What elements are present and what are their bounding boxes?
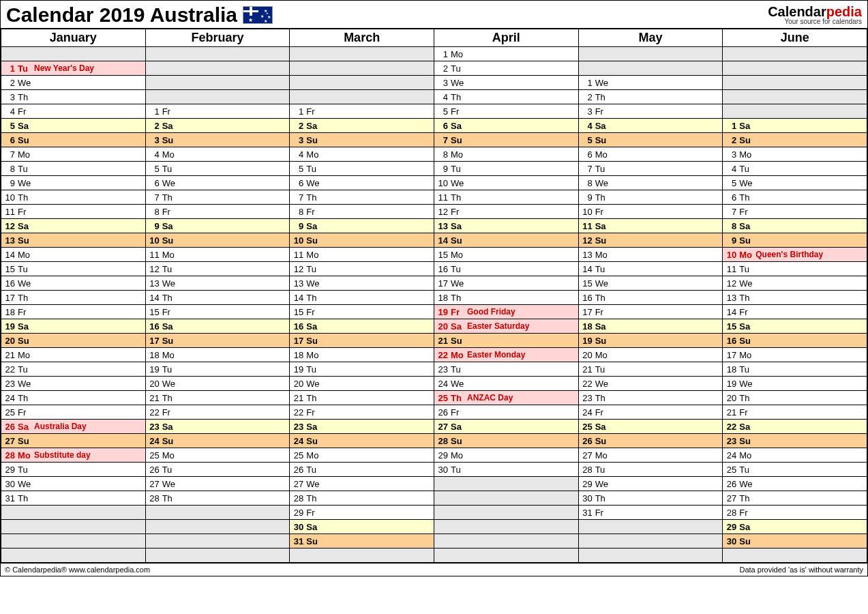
day-of-week: Su <box>18 135 34 145</box>
day-number: 20 <box>293 379 306 389</box>
calendar-row: 13Su10Su10Su14Su12Su9Su <box>1 233 867 248</box>
calendar-cell: 6We <box>145 176 290 190</box>
calendar-cell: 28Th <box>290 491 434 506</box>
day-of-week: Mo <box>18 350 34 360</box>
calendar-cell: 5Tu <box>145 162 290 176</box>
calendar-cell: 14Th <box>145 291 290 305</box>
calendar-cell: 7Mo <box>1 147 146 162</box>
calendar-row: 11Fr8Fr8Fr12Fr10Fr7Fr <box>1 205 867 219</box>
calendar-row: 19Sa16Sa16Sa20SaEaster Saturday18Sa15Sa <box>1 319 867 334</box>
calendar-cell: 6Sa <box>434 119 578 133</box>
day-of-week: Mo <box>451 350 467 360</box>
calendar-row: 24Th21Th21Th25ThANZAC Day23Th20Th <box>1 391 867 405</box>
day-of-week: Fr <box>18 407 34 418</box>
calendar-cell: 27We <box>145 477 290 491</box>
calendar-cell: 17Th <box>1 291 146 305</box>
calendar-row: 5Sa2Sa2Sa6Sa4Sa1Sa <box>1 119 867 133</box>
day-number: 4 <box>4 106 18 117</box>
calendar-cell: 30Sa <box>290 520 434 534</box>
day-number: 28 <box>582 465 595 475</box>
calendar-cell: 8Sa <box>723 219 867 233</box>
calendar-cell: 23We <box>1 377 146 391</box>
day-number: 8 <box>725 221 739 231</box>
calendar-cell: 23Sa <box>290 420 434 434</box>
day-number: 30 <box>725 536 739 546</box>
day-of-week: Su <box>595 235 612 246</box>
calendar-cell <box>145 534 290 549</box>
calendar-cell: 5Sa <box>1 119 146 133</box>
day-number: 23 <box>293 422 306 432</box>
day-number: 24 <box>725 450 739 460</box>
calendar-cell: 15We <box>578 276 723 291</box>
day-number: 10 <box>582 207 595 217</box>
calendar-cell: 28Fr <box>723 506 867 520</box>
day-number: 9 <box>293 221 306 231</box>
day-of-week: Fr <box>451 407 467 418</box>
calendar-cell: 1Mo <box>434 47 578 61</box>
day-number: 13 <box>4 235 18 246</box>
holiday-label: Australia Day <box>34 422 145 431</box>
calendar-cell: 9Sa <box>145 219 290 233</box>
day-number: 27 <box>293 479 306 489</box>
day-of-week: Fr <box>595 508 612 518</box>
day-number: 11 <box>582 221 595 231</box>
day-of-week: Su <box>739 436 755 446</box>
calendar-cell: 7Th <box>145 190 290 205</box>
day-number: 2 <box>437 63 451 74</box>
day-number: 8 <box>293 207 306 217</box>
calendar-cell: 4Mo <box>145 147 290 162</box>
calendar-cell: 17We <box>434 276 578 291</box>
day-number: 5 <box>149 164 162 174</box>
day-of-week: Fr <box>162 307 179 317</box>
calendar-cell: 16Th <box>578 291 723 305</box>
day-number: 9 <box>437 164 451 174</box>
day-number: 10 <box>725 250 739 260</box>
calendar-cell: 11Tu <box>723 262 867 276</box>
day-of-week: Th <box>451 192 467 203</box>
calendar-row: 28MoSubstitute day25Mo25Mo29Mo27Mo24Mo <box>1 448 867 463</box>
day-number: 26 <box>437 407 451 418</box>
day-number: 12 <box>149 264 162 274</box>
day-number: 1 <box>4 63 18 74</box>
day-number: 25 <box>293 450 306 460</box>
calendar-cell: 3Fr <box>578 104 723 119</box>
day-of-week: Th <box>595 393 612 403</box>
day-number: 3 <box>293 135 306 145</box>
day-of-week: Mo <box>451 49 467 59</box>
day-of-week: Su <box>162 235 179 246</box>
day-number: 11 <box>4 207 18 217</box>
calendar-cell: 1Sa <box>723 119 867 133</box>
day-of-week: Fr <box>451 207 467 217</box>
day-of-week: Fr <box>595 106 612 117</box>
day-of-week: Sa <box>162 422 179 432</box>
day-of-week: Th <box>595 293 612 303</box>
calendar-cell: 20We <box>290 377 434 391</box>
day-number: 17 <box>437 278 451 289</box>
day-of-week: Th <box>451 92 467 102</box>
day-number: 1 <box>582 78 595 88</box>
month-header: February <box>145 29 290 47</box>
day-number: 20 <box>725 393 739 403</box>
calendar-cell: 14Tu <box>578 262 723 276</box>
day-number: 13 <box>149 278 162 289</box>
day-number: 6 <box>293 178 306 188</box>
holiday-label: New Year's Day <box>34 63 145 73</box>
day-number: 25 <box>437 393 451 403</box>
calendar-cell: 10Su <box>290 233 434 248</box>
day-number: 2 <box>582 92 595 102</box>
day-number: 9 <box>4 178 18 188</box>
calendar-cell: 30We <box>1 477 146 491</box>
day-number: 4 <box>293 149 306 160</box>
calendar-cell <box>145 47 290 61</box>
day-number: 14 <box>437 235 451 246</box>
day-of-week: Mo <box>595 350 612 360</box>
day-of-week: Mo <box>306 149 323 160</box>
calendar-cell: 24Fr <box>578 405 723 420</box>
calendar-cell: 22Tu <box>1 362 146 377</box>
calendar-cell: 11Mo <box>290 248 434 262</box>
calendar-cell: 6Mo <box>578 147 723 162</box>
day-of-week: Tu <box>162 164 179 174</box>
day-of-week: Fr <box>306 307 323 317</box>
day-of-week: Tu <box>739 465 755 475</box>
calendar-cell: 28Su <box>434 434 578 448</box>
